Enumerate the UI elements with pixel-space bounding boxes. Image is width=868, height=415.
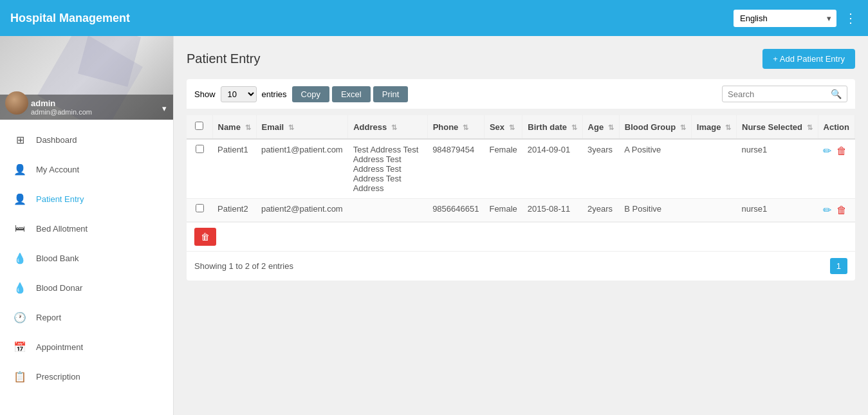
export-buttons: Copy Excel Print <box>292 86 409 102</box>
cell-birth-date: 2014-09-01 <box>522 139 582 199</box>
sidebar-profile: admin admin@admin.com ▾ <box>0 36 173 120</box>
delete-button[interactable]: 🗑 <box>836 145 847 157</box>
header-blood-group: Blood Group ⇅ <box>619 115 691 139</box>
header-name: Name ⇅ <box>212 115 256 139</box>
sort-age-icon[interactable]: ⇅ <box>608 124 614 131</box>
my-account-icon: 👤 <box>13 162 27 176</box>
cell-email: patient1@patient.com <box>256 139 348 199</box>
sidebar-item-bed-allotment[interactable]: 🛏 Bed Allotment <box>0 214 173 243</box>
sort-sex-icon[interactable]: ⇅ <box>509 124 515 131</box>
sidebar-item-blood-donar[interactable]: 💧 Blood Donar <box>0 273 173 302</box>
sidebar-item-blood-bank[interactable]: 💧 Blood Bank <box>0 243 173 273</box>
cell-image <box>691 139 736 199</box>
sidebar-item-patient-entry[interactable]: 👤 Patient Entry <box>0 184 173 214</box>
edit-button[interactable]: ✏ <box>823 204 831 216</box>
sidebar-item-label: Bed Allotment <box>36 224 88 234</box>
prescription-icon: 📋 <box>13 369 27 383</box>
row-checkbox-cell <box>187 199 212 222</box>
sort-name-icon[interactable]: ⇅ <box>245 124 251 131</box>
pagination: 1 <box>830 258 847 274</box>
blood-donar-icon: 💧 <box>13 281 27 295</box>
search-icon: 🔍 <box>831 89 842 99</box>
cell-blood-group: B Positive <box>619 199 691 222</box>
print-button[interactable]: Print <box>373 86 409 102</box>
row-checkbox[interactable] <box>196 145 204 153</box>
sidebar-item-label: Patient Entry <box>36 194 84 204</box>
copy-button[interactable]: Copy <box>292 86 329 102</box>
bulk-delete-row: 🗑 <box>187 222 855 251</box>
sidebar-item-appointment[interactable]: 📅 Appointment <box>0 332 173 362</box>
cell-sex: Female <box>484 139 522 199</box>
table-header-row: Name ⇅ Email ⇅ Address ⇅ Phone ⇅ Sex ⇅ B… <box>187 115 855 139</box>
avatar <box>5 91 28 115</box>
patient-table-wrapper: Name ⇅ Email ⇅ Address ⇅ Phone ⇅ Sex ⇅ B… <box>187 115 855 222</box>
dashboard-icon: ⊞ <box>13 133 27 147</box>
sidebar-item-my-account[interactable]: 👤 My Account <box>0 154 173 184</box>
delete-button[interactable]: 🗑 <box>836 205 847 216</box>
bed-allotment-icon: 🛏 <box>13 221 27 235</box>
main-content: Patient Entry + Add Patient Entry Show 1… <box>174 36 868 415</box>
excel-button[interactable]: Excel <box>332 86 371 102</box>
header-age: Age ⇅ <box>582 115 619 139</box>
sort-email-icon[interactable]: ⇅ <box>288 124 294 131</box>
language-select[interactable]: English French Spanish <box>734 10 836 27</box>
navbar-menu-icon[interactable]: ⋮ <box>844 10 858 26</box>
select-all-checkbox[interactable] <box>195 122 203 130</box>
cell-birth-date: 2015-08-11 <box>522 199 582 222</box>
cell-phone: 9856646651 <box>427 199 484 222</box>
cell-sex: Female <box>484 199 522 222</box>
sidebar-item-dashboard[interactable]: ⊞ Dashboard <box>0 125 173 154</box>
bulk-delete-button[interactable]: 🗑 <box>194 228 216 246</box>
sidebar-item-report[interactable]: 🕐 Report <box>0 302 173 332</box>
report-icon: 🕐 <box>13 310 27 324</box>
table-row: Patient1 patient1@patient.com Test Addre… <box>187 139 855 199</box>
table-footer: Showing 1 to 2 of 2 entries 1 <box>187 251 855 281</box>
sort-phone-icon[interactable]: ⇅ <box>463 124 468 131</box>
cell-action: ✏ 🗑 <box>818 139 854 199</box>
profile-chevron-icon[interactable]: ▾ <box>162 104 167 113</box>
sidebar-item-label: Appointment <box>36 342 83 352</box>
sort-nurse-icon[interactable]: ⇅ <box>807 124 813 131</box>
sidebar-item-label: Prescription <box>36 372 80 382</box>
patient-entry-icon: 👤 <box>13 192 27 206</box>
sidebar: admin admin@admin.com ▾ ⊞ Dashboard 👤 My… <box>0 36 174 415</box>
edit-button[interactable]: ✏ <box>823 145 831 157</box>
page-title: Patient Entry <box>187 51 261 66</box>
cell-address: Test Address Test Address Test Address T… <box>348 139 427 199</box>
cell-age: 2years <box>582 199 619 222</box>
search-input[interactable] <box>728 89 831 99</box>
cell-age: 3years <box>582 139 619 199</box>
sort-blood-group-icon[interactable]: ⇅ <box>680 124 686 131</box>
sidebar-item-label: Blood Donar <box>36 283 82 293</box>
cell-blood-group: A Positive <box>619 139 691 199</box>
profile-username: admin <box>31 98 168 108</box>
sidebar-nav: ⊞ Dashboard 👤 My Account 👤 Patient Entry… <box>0 120 173 396</box>
patient-table: Name ⇅ Email ⇅ Address ⇅ Phone ⇅ Sex ⇅ B… <box>187 115 855 222</box>
header-sex: Sex ⇅ <box>484 115 522 139</box>
page-header: Patient Entry + Add Patient Entry <box>187 49 855 69</box>
sidebar-item-label: Report <box>36 313 61 322</box>
row-checkbox[interactable] <box>196 204 204 212</box>
show-label: Show <box>194 89 216 99</box>
blood-bank-icon: 💧 <box>13 251 27 265</box>
cell-phone: 984879454 <box>427 139 484 199</box>
entries-label: entries <box>262 89 287 99</box>
sort-address-icon[interactable]: ⇅ <box>391 124 397 131</box>
header-nurse-selected: Nurse Selected ⇅ <box>737 115 818 139</box>
table-controls: Show 10 25 50 100 entries Copy Excel Pri… <box>187 79 855 109</box>
header-phone: Phone ⇅ <box>427 115 484 139</box>
avatar-image <box>5 91 28 115</box>
header-email: Email ⇅ <box>256 115 348 139</box>
cell-email: patient2@patient.com <box>256 199 348 222</box>
cell-image <box>691 199 736 222</box>
add-patient-button[interactable]: + Add Patient Entry <box>762 49 855 69</box>
page-button[interactable]: 1 <box>830 258 847 274</box>
sidebar-item-prescription[interactable]: 📋 Prescription <box>0 362 173 391</box>
header-birth-date: Birth date ⇅ <box>522 115 582 139</box>
sort-birth-date-icon[interactable]: ⇅ <box>571 124 577 131</box>
header-checkbox-cell <box>187 115 212 139</box>
sort-image-icon[interactable]: ⇅ <box>725 124 731 131</box>
top-navbar: Hospital Management English French Spani… <box>0 0 868 36</box>
entries-per-page-select[interactable]: 10 25 50 100 <box>221 86 257 102</box>
cell-nurse-selected: nurse1 <box>737 199 818 222</box>
